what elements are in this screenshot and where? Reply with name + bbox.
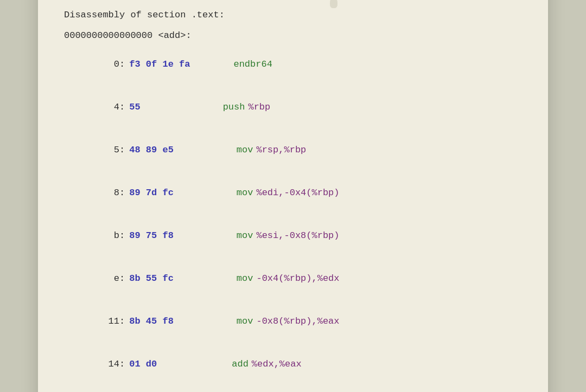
disassembly-header: Disassembly of section .text: <box>64 8 522 22</box>
table-row: 11:8b 45 f8mov-0x8(%rbp),%eax <box>64 300 522 343</box>
table-row: 16:5dpop%rbp <box>64 386 522 392</box>
table-row: 4:55push%rbp <box>64 86 522 128</box>
terminal-window: root@ecs-295280:~/cdemo# objdump -d main… <box>38 0 548 392</box>
instructions-list: 0:f3 0f 1e faendbr64 4:55push%rbp 5:48 8… <box>64 43 522 392</box>
table-row: 5:48 89 e5mov%rsp,%rbp <box>64 128 522 171</box>
table-row: 8:89 7d fcmov%edi,-0x4(%rbp) <box>64 171 522 214</box>
table-row: e:8b 55 fcmov-0x4(%rbp),%edx <box>64 258 522 300</box>
table-row: b:89 75 f8mov%esi,-0x8(%rbp) <box>64 215 522 258</box>
func-label: 0000000000000000 <add>: <box>64 29 522 43</box>
table-row: 14:01 d0add%edx,%eax <box>64 343 522 386</box>
table-row: 0:f3 0f 1e faendbr64 <box>64 43 522 86</box>
